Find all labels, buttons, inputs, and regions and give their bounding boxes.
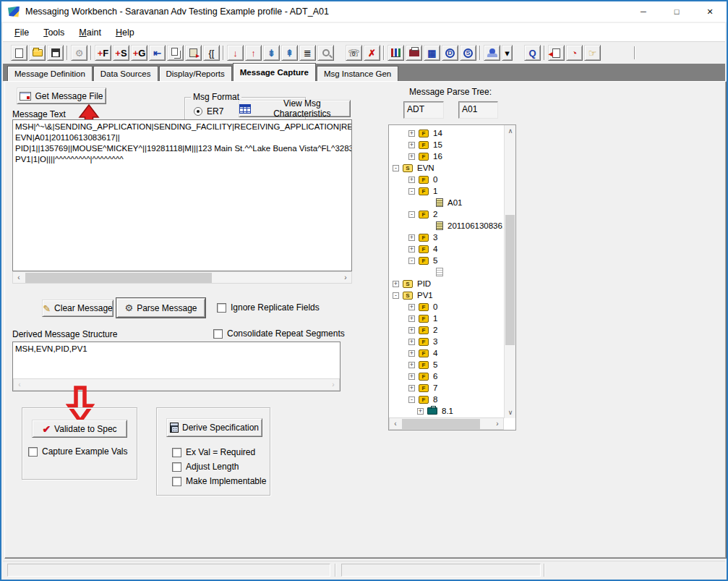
scroll-right-arrow[interactable]: ›: [340, 272, 351, 283]
adjust-length-box[interactable]: [172, 462, 181, 472]
add-group-button[interactable]: +G: [131, 45, 147, 61]
message-parse-tree[interactable]: + 14 + 15 + 16: [388, 124, 516, 431]
new-file-button[interactable]: [11, 45, 27, 61]
structure-hscrollbar[interactable]: ‹ ›: [13, 378, 340, 391]
phone-button[interactable]: ☏: [346, 45, 362, 61]
scroll-right-arrow[interactable]: ›: [327, 379, 339, 390]
make-implementable-box[interactable]: [172, 477, 181, 486]
expander-icon[interactable]: +: [408, 153, 415, 160]
tree-node[interactable]: + 14: [390, 127, 503, 139]
expander-icon[interactable]: +: [408, 177, 415, 183]
expander-icon[interactable]: +: [408, 350, 415, 357]
scroll-thumb[interactable]: [25, 273, 212, 283]
zoom-out-button[interactable]: [317, 45, 334, 61]
derived-structure-text[interactable]: MSH,EVN,PID,PV1: [15, 344, 338, 353]
radio-er7[interactable]: ER7: [194, 106, 223, 116]
settings-button[interactable]: ⚙: [71, 45, 87, 61]
expander-icon[interactable]: +: [408, 130, 415, 137]
tree-node[interactable]: + 6: [390, 370, 503, 382]
tree-hscrollbar[interactable]: ‹ ›: [389, 417, 504, 430]
tree-node[interactable]: - PV1: [390, 289, 503, 301]
import-button[interactable]: [548, 45, 565, 61]
view-msg-characteristics-button[interactable]: View Msg Characteristics: [239, 100, 351, 117]
print-button[interactable]: [406, 45, 422, 61]
expander-icon[interactable]: +: [417, 408, 424, 415]
tree-node[interactable]: - 5: [390, 255, 503, 266]
capture-example-vals-box[interactable]: [28, 447, 38, 457]
message-text-content[interactable]: MSH|^~\&|SENDING_APPLICATION|SENDING_FAC…: [12, 119, 352, 271]
ex-val-required-checkbox[interactable]: Ex Val = Required: [172, 447, 255, 457]
derive-specification-button[interactable]: Derive Specification: [166, 418, 262, 437]
insert-below-button[interactable]: ⇟: [263, 45, 280, 61]
tree-node[interactable]: + 0: [390, 174, 503, 185]
expander-icon[interactable]: +: [408, 385, 415, 391]
paste-button[interactable]: [185, 45, 202, 61]
expander-icon[interactable]: +: [408, 327, 415, 334]
renumber-button[interactable]: ⇤: [149, 45, 166, 61]
derived-structure-box[interactable]: MSH,EVN,PID,PV1 ‹ ›: [12, 342, 341, 391]
maximize-button[interactable]: □: [660, 1, 693, 22]
find-segment-button[interactable]: S: [460, 45, 476, 61]
expander-icon[interactable]: -: [408, 396, 415, 403]
minimize-button[interactable]: ─: [627, 1, 660, 22]
tree-node[interactable]: - 8: [390, 394, 503, 405]
add-segment-button[interactable]: +S: [113, 45, 129, 61]
menu-file[interactable]: File: [7, 25, 36, 40]
expander-icon[interactable]: -: [408, 211, 415, 218]
expander-icon[interactable]: +: [408, 142, 415, 148]
consolidate-repeat-segments-box[interactable]: [213, 329, 223, 339]
scroll-thumb[interactable]: [402, 419, 480, 429]
expander-icon[interactable]: +: [408, 373, 415, 380]
msg-type-field[interactable]: ADT: [403, 101, 444, 119]
expander-icon[interactable]: -: [408, 188, 415, 195]
expander-icon[interactable]: +: [393, 281, 399, 287]
scroll-right-arrow[interactable]: ›: [492, 418, 503, 429]
tab-message-capture[interactable]: Message Capture: [233, 63, 316, 81]
expander-icon[interactable]: +: [408, 234, 415, 241]
tree-node[interactable]: - 2: [390, 208, 503, 220]
trigger-event-field[interactable]: A01: [458, 101, 498, 119]
tab-message-definition[interactable]: Message Definition: [7, 66, 93, 81]
tab-msg-instance-gen[interactable]: Msg Instance Gen: [317, 66, 398, 81]
tree-node[interactable]: + 5: [390, 359, 503, 370]
menu-tools[interactable]: Tools: [36, 25, 72, 40]
user-edit-button[interactable]: [484, 45, 500, 61]
tab-display-reports[interactable]: Display/Reports: [159, 66, 232, 81]
hand-point-button[interactable]: ☞: [584, 45, 601, 61]
open-file-button[interactable]: [29, 45, 46, 61]
tree-view-button[interactable]: ≣: [299, 45, 316, 61]
ignore-replicate-fields-box[interactable]: [217, 303, 226, 313]
save-button[interactable]: [47, 45, 64, 61]
make-implementable-checkbox[interactable]: Make Implementable: [172, 476, 266, 486]
capture-example-vals-checkbox[interactable]: Capture Example Vals: [28, 446, 128, 457]
tree-vscrollbar[interactable]: ∧ ∨: [504, 125, 515, 418]
scroll-up-arrow[interactable]: ∧: [505, 125, 516, 137]
report-button[interactable]: ◔: [566, 45, 583, 61]
tree-node[interactable]: + 16: [390, 150, 503, 162]
expander-icon[interactable]: +: [408, 315, 415, 322]
expander-icon[interactable]: -: [408, 258, 415, 264]
message-hscrollbar[interactable]: ‹ ›: [12, 271, 352, 284]
expander-icon[interactable]: +: [408, 339, 415, 345]
chart-button[interactable]: [387, 45, 404, 61]
expander-icon[interactable]: -: [393, 165, 399, 171]
tree-node[interactable]: + 4: [390, 243, 503, 255]
ex-val-required-box[interactable]: [172, 448, 181, 457]
adjust-length-checkbox[interactable]: Adjust Length: [172, 462, 239, 472]
menu-maint[interactable]: Maint: [72, 25, 108, 40]
expander-icon[interactable]: +: [408, 304, 415, 310]
close-button[interactable]: ✕: [693, 1, 727, 22]
consolidate-repeat-segments-checkbox[interactable]: Consolidate Repeat Segments: [213, 328, 345, 339]
tree-node[interactable]: + PID: [390, 278, 503, 289]
tree-node[interactable]: + 4: [390, 347, 503, 359]
find-dictionary-button[interactable]: D: [442, 45, 458, 61]
ignore-replicate-fields-checkbox[interactable]: Ignore Replicate Fields: [217, 302, 320, 313]
delete-button[interactable]: ✗: [364, 45, 380, 61]
tree-node[interactable]: + 1: [390, 313, 503, 324]
tree-node[interactable]: - 1: [390, 185, 503, 197]
tree-node[interactable]: + 8.1: [390, 405, 503, 417]
tree-node[interactable]: A01: [390, 197, 503, 208]
move-up-button[interactable]: ↑: [245, 45, 262, 61]
tree-node[interactable]: - EVN: [390, 162, 503, 174]
scroll-left-arrow[interactable]: ‹: [14, 379, 25, 390]
